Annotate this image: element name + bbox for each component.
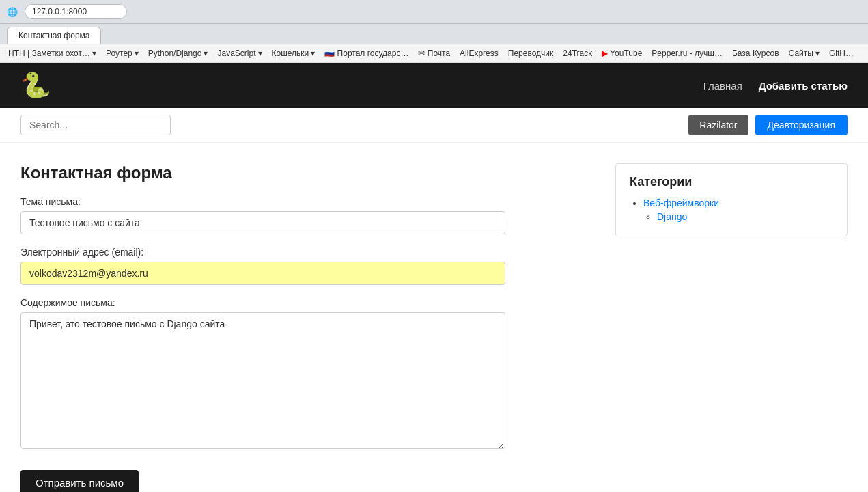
page-title: Контактная форма — [20, 163, 595, 182]
site-nav: Главная Добавить статью — [703, 80, 848, 92]
bookmark-sites[interactable]: Сайты ▾ — [786, 47, 822, 59]
bookmark-mail[interactable]: ✉ Почта — [415, 47, 453, 59]
bookmarks-bar: НТН | Заметки охот… ▾ Роутер ▾ Python/Dj… — [0, 44, 868, 63]
bookmark-js[interactable]: JavaScript ▾ — [214, 47, 264, 59]
bookmark-pepper[interactable]: Pepper.ru - лучш… — [649, 47, 725, 59]
bookmark-label: 🇷🇺 Портал государс… — [324, 49, 408, 58]
category-link-django[interactable]: Django — [657, 211, 687, 222]
category-link-web-frameworks[interactable]: Веб-фреймворки — [643, 197, 719, 208]
site-logo: 🐍 — [20, 71, 51, 100]
search-bar-wrapper: Razilator Деавторизация — [0, 108, 868, 143]
bookmark-label: Сайты — [789, 49, 813, 58]
list-item: Django — [657, 211, 833, 222]
subcategory-list: Django — [643, 211, 833, 222]
bookmark-label: ✉ Почта — [418, 49, 450, 58]
bookmark-label: Переводчик — [508, 49, 554, 58]
email-group: Электронный адрес (email): — [20, 247, 595, 285]
logout-button[interactable]: Деавторизация — [755, 115, 848, 135]
youtube-icon: ▶ — [602, 49, 608, 58]
main-content: Контактная форма Тема письма: Электронны… — [0, 143, 868, 492]
bookmark-portal[interactable]: 🇷🇺 Портал государс… — [322, 47, 411, 59]
address-text: 127.0.0.1:8000 — [32, 7, 87, 16]
submit-button[interactable]: Отправить письмо — [20, 470, 139, 492]
bookmark-label: JavaScript — [217, 49, 255, 58]
browser-chrome: 🌐 127.0.0.1:8000 — [0, 0, 868, 24]
bookmark-python[interactable]: Python/Django ▾ — [145, 47, 211, 59]
body-label: Содержимое письма: — [20, 297, 595, 308]
tab-bar: Контактная форма — [0, 24, 868, 44]
bookmark-youtube[interactable]: ▶ YouTube — [599, 47, 645, 59]
categories-title: Категории — [630, 175, 833, 189]
bookmark-label: Python/Django — [148, 49, 202, 58]
bookmark-courses[interactable]: База Курсов — [729, 47, 782, 59]
body-textarea[interactable]: Привет, это тестовое письмо с Django сай… — [20, 312, 505, 449]
site-header: 🐍 Главная Добавить статью — [0, 63, 868, 108]
bookmark-24track[interactable]: 24Track — [560, 47, 595, 59]
bookmark-nth[interactable]: НТН | Заметки охот… ▾ — [5, 47, 99, 59]
nav-main-link[interactable]: Главная — [703, 80, 742, 92]
list-item: Веб-фреймворки Django — [643, 197, 833, 222]
bookmark-router[interactable]: Роутер ▾ — [103, 47, 141, 59]
nav-add-article-link[interactable]: Добавить статью — [759, 80, 848, 92]
bookmark-label: База Курсов — [732, 49, 779, 58]
bookmark-github[interactable]: GitH… — [826, 47, 856, 59]
email-input[interactable] — [20, 262, 505, 285]
bookmark-label: 24Track — [563, 49, 592, 58]
bookmark-ali[interactable]: AliExpress — [457, 47, 501, 59]
bookmark-label: GitH… — [829, 49, 854, 58]
bookmark-label: Кошельки — [272, 49, 309, 58]
subject-group: Тема письма: — [20, 196, 595, 234]
contact-form-section: Контактная форма Тема письма: Электронны… — [20, 163, 595, 492]
bookmark-label: НТН | Заметки охот… — [8, 49, 90, 58]
snake-icon: 🐍 — [20, 71, 51, 100]
email-label: Электронный адрес (email): — [20, 247, 595, 258]
user-actions: Razilator Деавторизация — [688, 115, 848, 135]
bookmark-label: Роутер — [106, 49, 132, 58]
globe-icon: 🌐 — [7, 7, 18, 17]
contact-form: Тема письма: Электронный адрес (email): … — [20, 196, 595, 492]
subject-input[interactable] — [20, 211, 505, 234]
bookmark-label: YouTube — [610, 49, 642, 58]
username-button[interactable]: Razilator — [688, 115, 748, 135]
body-group: Содержимое письма: Привет, это тестовое … — [20, 297, 595, 451]
tab-title: Контактная форма — [18, 31, 89, 40]
bookmark-label: AliExpress — [460, 49, 499, 58]
site-wrapper: 🐍 Главная Добавить статью Razilator Деав… — [0, 63, 868, 492]
sidebar: Категории Веб-фреймворки Django — [615, 163, 848, 492]
address-bar[interactable]: 127.0.0.1:8000 — [25, 4, 127, 19]
search-input[interactable] — [20, 115, 171, 135]
categories-box: Категории Веб-фреймворки Django — [615, 163, 848, 236]
bookmark-translate[interactable]: Переводчик — [505, 47, 557, 59]
bookmark-label: Pepper.ru - лучш… — [652, 49, 723, 58]
category-list: Веб-фреймворки Django — [630, 197, 833, 222]
subject-label: Тема письма: — [20, 196, 595, 207]
bookmark-wallets[interactable]: Кошельки ▾ — [269, 47, 318, 59]
active-tab[interactable]: Контактная форма — [7, 27, 101, 44]
